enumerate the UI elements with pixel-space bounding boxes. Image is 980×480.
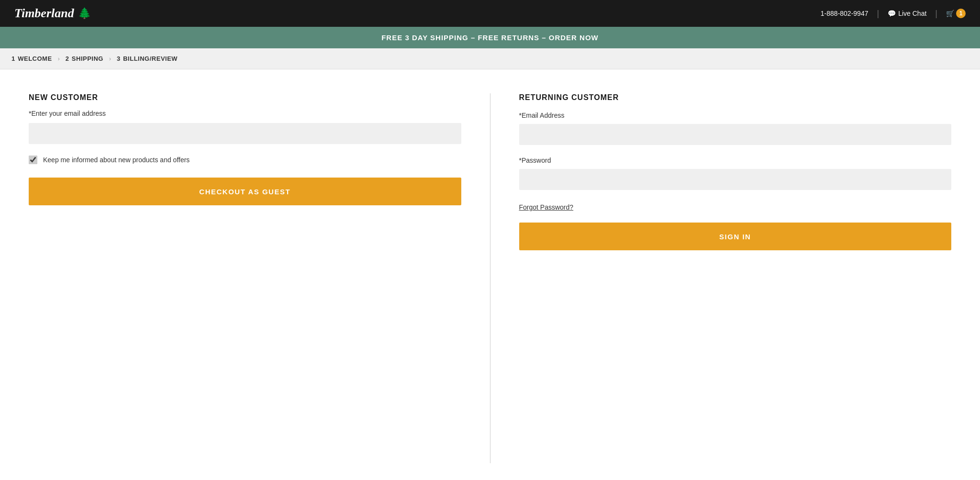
breadcrumb: 1 WELCOME › 2 SHIPPING › 3 BILLING/REVIE… <box>0 48 980 69</box>
header-right: 1-888-802-9947 | 💬 Live Chat | 🛒 1 <box>821 9 966 19</box>
newsletter-checkbox-row: Keep me informed about new products and … <box>29 156 461 164</box>
forgot-password-link[interactable]: Forgot Password? <box>519 203 574 211</box>
returning-customer-section: RETURNING CUSTOMER *Email Address *Passw… <box>490 93 952 463</box>
logo: Timberland 🌲 <box>14 6 91 21</box>
breadcrumb-step-1: 1 WELCOME <box>11 55 52 62</box>
newsletter-label: Keep me informed about new products and … <box>43 156 189 164</box>
new-customer-section: NEW CUSTOMER *Enter your email address K… <box>29 93 490 463</box>
cart-badge: 1 <box>956 9 966 18</box>
cart-bag-icon: 🛒 <box>946 10 954 17</box>
step1-number: 1 <box>11 55 15 62</box>
checkout-as-guest-button[interactable]: CHECKOUT AS GUEST <box>29 178 461 205</box>
main-content: NEW CUSTOMER *Enter your email address K… <box>0 69 980 480</box>
arrow2: › <box>109 56 111 62</box>
logo-tree-icon: 🌲 <box>78 7 91 20</box>
live-chat-button[interactable]: 💬 Live Chat <box>888 10 926 17</box>
new-customer-title: NEW CUSTOMER <box>29 93 461 102</box>
divider2: | <box>935 9 937 19</box>
cart-button[interactable]: 🛒 1 <box>946 9 966 18</box>
chat-icon: 💬 <box>888 10 896 17</box>
returning-email-field[interactable] <box>519 124 952 145</box>
phone-number: 1-888-802-9947 <box>821 10 869 17</box>
step3-number: 3 <box>117 55 120 62</box>
step2-label: SHIPPING <box>72 55 103 62</box>
step1-label: WELCOME <box>18 55 52 62</box>
newsletter-checkbox[interactable] <box>29 156 37 164</box>
logo-text: Timberland <box>14 6 74 21</box>
returning-customer-title: RETURNING CUSTOMER <box>519 93 952 102</box>
breadcrumb-step-3: 3 BILLING/REVIEW <box>117 55 178 62</box>
password-label: *Password <box>519 156 952 164</box>
new-customer-subtitle: *Enter your email address <box>29 110 461 117</box>
breadcrumb-step-2: 2 SHIPPING <box>66 55 103 62</box>
password-field[interactable] <box>519 169 952 190</box>
divider: | <box>877 9 879 19</box>
header: Timberland 🌲 1-888-802-9947 | 💬 Live Cha… <box>0 0 980 27</box>
email-label: *Email Address <box>519 112 952 119</box>
new-customer-email-field[interactable] <box>29 123 461 144</box>
promo-banner: FREE 3 DAY SHIPPING – FREE RETURNS – ORD… <box>0 27 980 48</box>
step2-number: 2 <box>66 55 69 62</box>
arrow1: › <box>58 56 60 62</box>
live-chat-label: Live Chat <box>898 10 926 17</box>
step3-label: BILLING/REVIEW <box>123 55 178 62</box>
sign-in-button[interactable]: SIGN IN <box>519 223 952 250</box>
banner-text: FREE 3 DAY SHIPPING – FREE RETURNS – ORD… <box>381 33 599 42</box>
